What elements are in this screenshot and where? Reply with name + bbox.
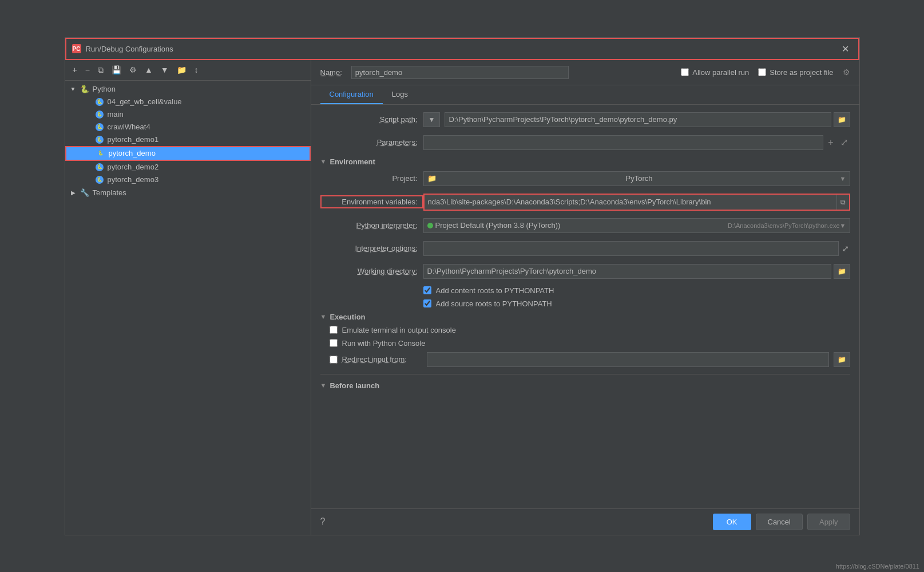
add-content-roots-checkbox[interactable] (423, 286, 431, 294)
tree-item-4[interactable]: 🐍 pytorch_demo (65, 146, 311, 161)
script-path-browse[interactable]: 📁 (834, 112, 850, 127)
save-button[interactable]: 💾 (109, 64, 124, 76)
tree-item-5[interactable]: 🐍 pytorch_demo2 (65, 161, 311, 173)
python-interpreter-row: Python interpreter: Project Default (Pyt… (320, 218, 850, 234)
environment-section-header[interactable]: ▼ Environment (320, 157, 850, 166)
run-python-console-checkbox[interactable] (330, 339, 338, 347)
working-dir-label: Working directory: (320, 267, 423, 275)
py-icon-4: 🐍 (96, 149, 105, 158)
templates-section[interactable]: ▶ 🔧 Templates (65, 186, 311, 200)
tab-logs[interactable]: Logs (383, 85, 417, 104)
app-icon: PC (72, 44, 81, 53)
folder-button[interactable]: 📁 (174, 64, 189, 76)
tree-item-6[interactable]: 🐍 pytorch_demo3 (65, 173, 311, 186)
run-python-console-row: Run with Python Console (320, 339, 850, 348)
tree-item-label-4: pytorch_demo (109, 149, 156, 157)
env-variables-copy-btn[interactable]: ⧉ (836, 195, 849, 210)
python-interpreter-dropdown[interactable]: Project Default (Python 3.8 (PyTorch)) D… (423, 218, 850, 233)
title-bar-left: PC Run/Debug Configurations (72, 44, 173, 53)
add-source-roots-checkbox[interactable] (423, 299, 431, 307)
project-row: Project: 📁 PyTorch ▼ (320, 171, 850, 187)
py-icon-3: 🐍 (95, 135, 104, 144)
add-source-roots-label: Add source roots to PYTHONPATH (436, 299, 552, 308)
tree-python-section[interactable]: ▼ 🐍 Python (65, 83, 311, 96)
expand-python-icon: ▼ (70, 86, 77, 93)
cancel-button[interactable]: Cancel (756, 514, 803, 530)
help-button[interactable]: ? (320, 516, 326, 527)
sort-button[interactable]: ↕ (192, 64, 201, 76)
settings-button[interactable]: ⚙ (126, 64, 140, 76)
emulate-terminal-checkbox[interactable] (330, 326, 338, 334)
add-button[interactable]: + (70, 64, 80, 76)
python-interpreter-label: Python interpreter: (320, 221, 423, 230)
working-dir-input[interactable] (423, 264, 831, 279)
remove-button[interactable]: − (82, 64, 93, 76)
tree-item-label-1: main (108, 110, 124, 119)
project-dropdown-arrow: ▼ (840, 175, 846, 182)
project-label: Project: (320, 174, 423, 183)
script-path-row: Script path: ▼ 📁 (320, 112, 850, 128)
tree-item-0[interactable]: 🐍 04_get_wb_cell&value (65, 96, 311, 108)
dialog-title: Run/Debug Configurations (86, 45, 173, 53)
tree-item-3[interactable]: 🐍 pytorch_demo1 (65, 133, 311, 146)
copy-button[interactable]: ⧉ (95, 64, 106, 77)
bottom-buttons: OK Cancel Apply (713, 514, 850, 530)
expand-templates-icon: ▶ (70, 190, 77, 196)
params-add-btn[interactable]: + (826, 137, 835, 148)
tab-configuration[interactable]: Configuration (320, 85, 383, 104)
close-button[interactable]: ✕ (838, 42, 852, 56)
interpreter-options-field: ⤢ (423, 241, 850, 256)
title-bar: PC Run/Debug Configurations ✕ (65, 38, 859, 60)
redirect-browse-btn[interactable]: 📁 (834, 352, 850, 367)
dialog-body: + − ⧉ 💾 ⚙ ▲ ▼ 📁 ↕ ▼ 🐍 Python (65, 60, 859, 535)
green-status-dot (427, 223, 433, 228)
allow-parallel-checkbox[interactable] (681, 68, 689, 76)
watermark: https://blog.cSDNe/plate/0811 (836, 563, 919, 570)
tree-item-1[interactable]: 🐍 main (65, 108, 311, 121)
py-icon-2: 🐍 (95, 123, 104, 132)
move-down-button[interactable]: ▼ (158, 64, 172, 76)
env-variables-label: Environment variables: (320, 195, 423, 208)
interpreter-options-expand[interactable]: ⤢ (841, 243, 850, 254)
redirect-input-field[interactable] (427, 352, 829, 367)
before-launch-section: ▼ Before launch (320, 374, 850, 390)
gear-button[interactable]: ⚙ (843, 68, 850, 77)
interpreter-options-row: Interpreter options: ⤢ (320, 240, 850, 257)
interpreter-options-input[interactable] (423, 241, 839, 256)
emulate-terminal-label: Emulate terminal in output console (342, 326, 456, 334)
name-label: Name: (320, 68, 342, 77)
script-path-input[interactable] (445, 112, 831, 127)
script-type-dropdown[interactable]: ▼ (423, 112, 441, 127)
tree-item-label-2: crawlWheat4 (108, 123, 150, 131)
script-path-field: ▼ 📁 (423, 112, 850, 127)
before-launch-label: Before launch (330, 381, 379, 390)
params-expand-btn[interactable]: ⤢ (838, 137, 850, 148)
project-dropdown[interactable]: 📁 PyTorch ▼ (423, 171, 850, 186)
store-project-group: Store as project file (758, 68, 833, 77)
store-project-checkbox[interactable] (758, 68, 766, 76)
tree-item-2[interactable]: 🐍 crawlWheat4 (65, 121, 311, 133)
config-content: Script path: ▼ 📁 Parameters: + ⤢ (311, 105, 859, 508)
name-input[interactable] (351, 66, 569, 79)
working-dir-browse[interactable]: 📁 (834, 264, 850, 279)
before-launch-header[interactable]: ▼ Before launch (320, 381, 850, 390)
python-folder-icon: 🐍 (80, 85, 89, 94)
redirect-input-checkbox[interactable] (330, 356, 338, 364)
execution-collapse-icon: ▼ (320, 313, 327, 320)
interpreter-text: Project Default (Python 3.8 (PyTorch)) (435, 221, 724, 230)
tabs-bar: Configuration Logs (311, 85, 859, 105)
python-interpreter-field: Project Default (Python 3.8 (PyTorch)) D… (423, 218, 850, 233)
tree-item-label-3: pytorch_demo1 (108, 135, 159, 144)
parameters-input[interactable] (423, 135, 824, 150)
execution-section-header[interactable]: ▼ Execution (320, 313, 850, 321)
ok-button[interactable]: OK (713, 514, 751, 530)
py-icon-0: 🐍 (95, 97, 104, 106)
env-variables-row: Environment variables: ⧉ (320, 194, 850, 211)
move-up-button[interactable]: ▲ (142, 64, 156, 76)
allow-parallel-group: Allow parallel run (681, 68, 749, 77)
env-variables-input[interactable] (425, 195, 836, 210)
before-launch-icon: ▼ (320, 382, 327, 389)
apply-button[interactable]: Apply (807, 514, 850, 530)
name-row: Name: Allow parallel run Store as projec… (311, 60, 859, 85)
tree-item-label-6: pytorch_demo3 (108, 175, 159, 184)
